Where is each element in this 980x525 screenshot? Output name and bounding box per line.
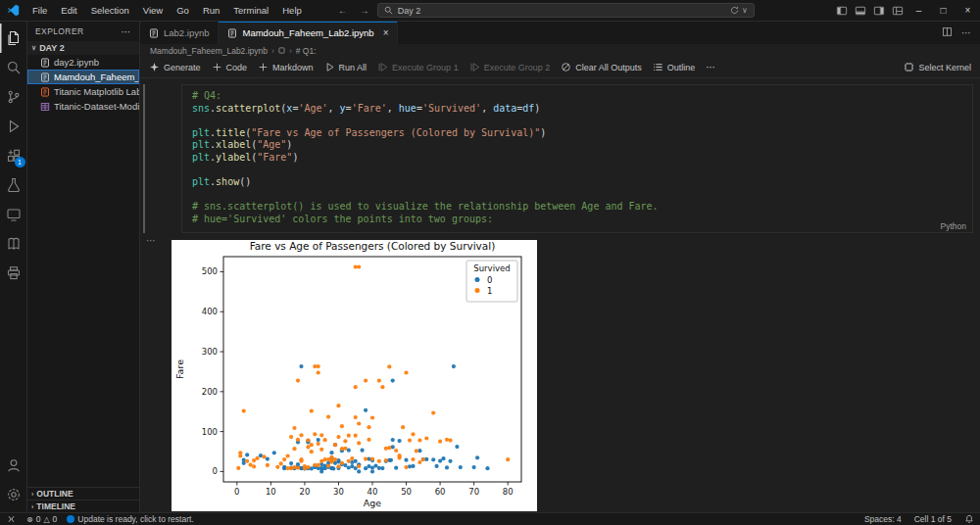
customize-layout-icon[interactable] <box>888 0 906 21</box>
code-token: "Age" <box>257 139 286 150</box>
code-cell-editor[interactable]: # Q4:sns.scatterplot(x='Age', y='Fare', … <box>181 84 973 233</box>
activitybar-remote-explorer-icon[interactable] <box>0 200 27 229</box>
toolbar-label: Run All <box>339 63 368 72</box>
code-line: sns.scatterplot(x='Age', y='Fare', hue='… <box>192 103 972 116</box>
file-titanic-matplotlib-lab-[interactable]: Titanic Matplotlib Lab... <box>27 84 139 99</box>
tab-lab2[interactable]: Lab2.ipynb <box>140 22 219 44</box>
activitybar-explorer-icon[interactable] <box>0 24 27 53</box>
update-notification[interactable]: Update is ready, click to restart. <box>67 514 193 524</box>
chevron-right-icon: › <box>271 46 274 56</box>
folder-name: DAY 2 <box>39 43 65 53</box>
svg-text:500: 500 <box>202 266 218 276</box>
command-center[interactable]: Day 2 ∨ <box>377 3 755 18</box>
code-line: # sns.scatterplot() is used to visualize… <box>192 201 972 214</box>
back-icon[interactable]: ← <box>338 5 348 16</box>
more-actions-icon[interactable]: ⋯ <box>122 26 131 37</box>
toolbar-code[interactable]: Code <box>212 62 248 72</box>
warning-count: 0 <box>53 514 58 524</box>
select-kernel-button[interactable]: Select Kernel <box>904 62 971 72</box>
menu-help[interactable]: Help <box>275 0 309 21</box>
code-token: df <box>522 103 534 114</box>
toolbar-run-all[interactable]: Run All <box>324 62 368 72</box>
breadcrumb[interactable]: Mamdouh_Faheem_Lab2.ipynb › › # Q1: <box>140 44 980 57</box>
toolbar-outline[interactable]: Outline <box>653 62 696 72</box>
cell-indicator[interactable]: Cell 1 of 5 <box>914 514 952 524</box>
toolbar-label: Markdown <box>272 63 314 72</box>
outline-section[interactable]: › OUTLINE <box>27 487 139 500</box>
forward-icon[interactable]: → <box>360 5 369 16</box>
minimize-button[interactable]: – <box>906 0 931 21</box>
command-center-actions[interactable]: ∨ <box>730 6 748 15</box>
file-mamdouh-faheem-la-[interactable]: Mamdouh_Faheem_La... <box>27 70 139 84</box>
toolbar-markdown[interactable]: Markdown <box>258 62 314 72</box>
code-token: hue <box>399 103 416 114</box>
menu-selection[interactable]: Selection <box>84 0 136 21</box>
timeline-section[interactable]: › TIMELINE <box>27 500 139 512</box>
activitybar-jupyter-icon[interactable] <box>0 229 27 259</box>
svg-text:70: 70 <box>468 487 479 497</box>
outline-icon <box>653 62 663 72</box>
run-group-icon <box>469 62 480 72</box>
breadcrumb-cell[interactable]: # Q1: <box>296 46 317 56</box>
toolbar-execute-group-2[interactable]: Execute Group 2 <box>469 62 551 72</box>
menu-edit[interactable]: Edit <box>54 0 83 21</box>
toggle-primary-sidebar-icon[interactable] <box>832 0 851 21</box>
remote-indicator[interactable] <box>6 514 17 524</box>
folder-section-header[interactable]: ∨ DAY 2 <box>27 41 139 55</box>
menu-file[interactable]: File <box>25 0 54 21</box>
output-menu-icon[interactable]: ⋯ <box>146 235 156 246</box>
file-label: Titanic-Dataset-Modifi... <box>54 101 139 112</box>
activitybar-search-icon[interactable] <box>0 53 27 82</box>
activitybar-testing-icon[interactable] <box>0 170 27 200</box>
problems-indicator[interactable]: ⊗ 0 △ 0 <box>26 514 57 524</box>
cell-symbol-icon <box>278 47 285 54</box>
toolbar-clear-all-outputs[interactable]: Clear All Outputs <box>561 62 642 72</box>
indentation-status[interactable]: Spaces: 4 <box>864 514 902 524</box>
activitybar-source-control-icon[interactable] <box>0 82 27 112</box>
code-token: plt <box>192 152 210 163</box>
notifications-bell-icon[interactable] <box>964 514 974 524</box>
svg-text:10: 10 <box>266 487 276 497</box>
cell-language-picker[interactable]: Python <box>941 221 966 231</box>
activitybar-extensions-icon[interactable]: 1 <box>0 141 27 170</box>
breadcrumb-file[interactable]: Mamdouh_Faheem_Lab2.ipynb <box>150 46 268 56</box>
file-label: Mamdouh_Faheem_La... <box>54 72 139 82</box>
code-token: 'Age' <box>298 103 327 114</box>
tab-mamdouh-faheem-lab2[interactable]: Mamdouh_Faheem_Lab2.ipynb × <box>219 22 398 44</box>
code-token: data <box>493 103 516 114</box>
file-day2-ipynb[interactable]: day2.ipynb <box>27 55 139 70</box>
file-titanic-dataset-modifi-[interactable]: Titanic-Dataset-Modifi... <box>27 99 139 114</box>
toolbar-generate[interactable]: Generate <box>149 62 201 72</box>
update-message: Update is ready, click to restart. <box>77 514 193 524</box>
more-actions-icon[interactable]: ⋯ <box>961 27 971 38</box>
menu-run[interactable]: Run <box>196 0 226 21</box>
svg-text:300: 300 <box>202 347 218 357</box>
code-lines: # Q4:sns.scatterplot(x='Age', y='Fare', … <box>192 90 972 226</box>
toggle-secondary-sidebar-icon[interactable] <box>869 0 888 21</box>
vscode-logo-icon <box>0 4 25 17</box>
close-tab-icon[interactable]: × <box>383 27 389 38</box>
activitybar-settings-icon[interactable] <box>0 480 27 509</box>
activitybar-accounts-icon[interactable] <box>0 451 27 480</box>
menu-terminal[interactable]: Terminal <box>226 0 275 21</box>
close-button[interactable]: × <box>956 0 980 21</box>
activitybar-run-and-debug-icon[interactable] <box>0 112 27 141</box>
code-line <box>192 189 972 202</box>
toolbar-more-actions[interactable]: ⋯ <box>706 63 715 72</box>
maximize-button[interactable]: □ <box>931 0 956 21</box>
activitybar-bottom <box>0 451 27 512</box>
select-kernel-label: Select Kernel <box>918 63 971 72</box>
toggle-panel-icon[interactable] <box>851 0 869 21</box>
activitybar-printer-icon[interactable] <box>0 259 27 288</box>
editor-group: Lab2.ipynb Mamdouh_Faheem_Lab2.ipynb × ⋯… <box>140 22 980 512</box>
sparkle-icon <box>149 62 160 72</box>
menu-go[interactable]: Go <box>170 0 196 21</box>
code-line: # Q4: <box>192 90 972 103</box>
titlebar: FileEditSelectionViewGoRunTerminalHelp ←… <box>0 0 980 22</box>
toolbar-label: Generate <box>164 63 201 72</box>
toolbar-execute-group-1[interactable]: Execute Group 1 <box>377 62 459 72</box>
split-editor-icon[interactable] <box>942 26 953 39</box>
menu-view[interactable]: View <box>136 0 170 21</box>
cell-focus-indicator[interactable] <box>143 84 145 233</box>
code-token: ) <box>292 152 298 163</box>
